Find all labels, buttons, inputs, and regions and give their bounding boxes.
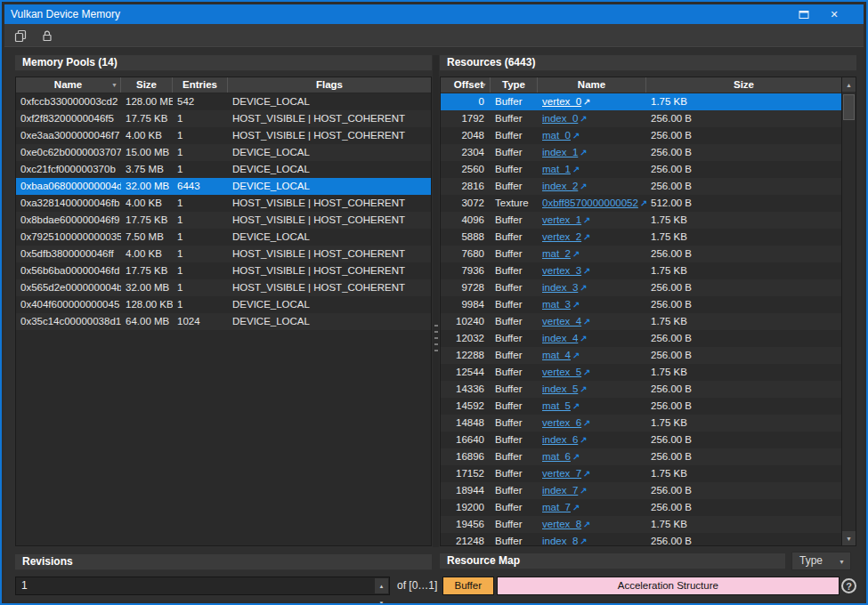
memory-pool-row[interactable]: 0xc21fcf000000370b3.75 MB1DEVICE_LOCAL <box>16 161 431 178</box>
resource-name-link[interactable]: vertex_1 <box>542 214 581 225</box>
resource-name-link[interactable]: vertex_2 <box>542 231 581 242</box>
type-dropdown[interactable]: Type ▼ <box>791 552 851 570</box>
resource-row[interactable]: 12032Bufferindex_4↗256.00 B <box>441 330 841 347</box>
memory-pool-row[interactable]: 0xe3aa3000000046f74.00 KB1HOST_VISIBLE |… <box>16 127 431 144</box>
lock-button[interactable] <box>38 27 56 44</box>
goto-resource-icon[interactable]: ↗ <box>572 503 580 512</box>
goto-resource-icon[interactable]: ↗ <box>580 536 587 546</box>
goto-resource-icon[interactable]: ↗ <box>583 367 590 377</box>
column-header[interactable]: Offset▼ <box>441 77 491 93</box>
goto-resource-icon[interactable]: ↗ <box>572 249 580 259</box>
resource-name-link[interactable]: vertex_4 <box>542 316 581 327</box>
resource-name-link[interactable]: index_1 <box>542 147 578 157</box>
resource-row[interactable]: 9984Buffermat_3↗256.00 B <box>441 296 841 313</box>
goto-resource-icon[interactable]: ↗ <box>580 435 587 445</box>
memory-pool-row[interactable]: 0x8bdae600000046f917.75 KB1HOST_VISIBLE … <box>16 212 431 229</box>
resource-row[interactable]: 16896Buffermat_6↗256.00 B <box>441 448 841 465</box>
scroll-up-icon[interactable]: ▲ <box>842 77 856 92</box>
memory-pool-row[interactable]: 0x565d2e000000004b32.00 MB1HOST_VISIBLE … <box>16 279 431 296</box>
resource-row[interactable]: 7936Buffervertex_3↗1.75 KB <box>441 262 841 279</box>
resource-name-link[interactable]: vertex_7 <box>542 468 581 479</box>
column-header[interactable]: Name <box>538 77 646 93</box>
memory-pool-row[interactable]: 0x404f600000000045128.00 KB1DEVICE_LOCAL <box>16 296 431 313</box>
resource-row[interactable]: 2560Buffermat_1↗256.00 B <box>441 161 841 178</box>
column-header[interactable]: Name▼ <box>16 77 121 93</box>
maximize-button[interactable] <box>798 8 810 20</box>
goto-resource-icon[interactable]: ↗ <box>572 300 580 310</box>
resource-name-link[interactable]: mat_1 <box>542 164 571 174</box>
resource-row[interactable]: 17152Buffervertex_7↗1.75 KB <box>441 465 841 482</box>
spin-down-icon[interactable]: ▼ <box>375 595 388 605</box>
resource-name-link[interactable]: vertex_0 <box>542 96 581 107</box>
resource-name-link[interactable]: mat_2 <box>542 248 571 259</box>
resource-row[interactable]: 9728Bufferindex_3↗256.00 B <box>441 279 841 296</box>
resource-name-link[interactable]: 0xbff8570000000052 <box>542 198 638 208</box>
resource-map-segment[interactable]: Acceleration Structure <box>497 577 840 595</box>
resource-name-link[interactable]: mat_4 <box>542 350 571 360</box>
goto-resource-icon[interactable]: ↗ <box>583 266 590 276</box>
resource-row[interactable]: 14848Buffervertex_6↗1.75 KB <box>441 415 841 432</box>
goto-resource-icon[interactable]: ↗ <box>580 334 587 343</box>
memory-pool-row[interactable]: 0x56b6ba00000046fd17.75 KB1HOST_VISIBLE … <box>16 262 431 279</box>
memory-pool-row[interactable]: 0xe0c62b000000370715.00 MB1DEVICE_LOCAL <box>16 144 431 161</box>
resource-name-link[interactable]: index_5 <box>542 383 578 394</box>
resource-row[interactable]: 5888Buffervertex_2↗1.75 KB <box>441 229 841 246</box>
memory-pool-row[interactable]: 0xa3281400000046fb4.00 KB1HOST_VISIBLE |… <box>16 195 431 212</box>
resource-map-segment[interactable]: Buffer <box>442 577 494 595</box>
resource-name-link[interactable]: index_4 <box>542 333 578 343</box>
resource-name-link[interactable]: index_3 <box>542 282 578 293</box>
goto-resource-icon[interactable]: ↗ <box>580 384 587 394</box>
float-window-button[interactable] <box>12 27 29 44</box>
goto-resource-icon[interactable]: ↗ <box>640 198 646 208</box>
resource-name-link[interactable]: index_2 <box>542 181 578 191</box>
resources-scrollbar[interactable]: ▲ ▼ <box>841 77 856 545</box>
memory-pool-row[interactable]: 0xbaa068000000004d32.00 MB6443DEVICE_LOC… <box>16 178 431 195</box>
memory-pool-row[interactable]: 0x35c14c00000038d164.00 MB1024DEVICE_LOC… <box>16 313 431 330</box>
resource-name-link[interactable]: index_0 <box>542 113 578 124</box>
goto-resource-icon[interactable]: ↗ <box>583 232 590 242</box>
goto-resource-icon[interactable]: ↗ <box>572 165 580 174</box>
goto-resource-icon[interactable]: ↗ <box>583 97 590 107</box>
resource-row[interactable]: 14592Buffermat_5↗256.00 B <box>441 398 841 415</box>
resource-row[interactable]: 0Buffervertex_0↗1.75 KB <box>441 93 841 110</box>
resource-name-link[interactable]: vertex_8 <box>542 519 581 529</box>
resource-row[interactable]: 3072Texture0xbff8570000000052↗512.00 B <box>441 195 841 212</box>
memory-pool-row[interactable]: 0x5dfb3800000046ff4.00 KB1HOST_VISIBLE |… <box>16 246 431 262</box>
memory-pool-row[interactable]: 0x79251000000000357.50 MB1DEVICE_LOCAL <box>16 229 431 246</box>
scrollbar-thumb[interactable] <box>843 94 855 120</box>
memory-pool-row[interactable]: 0xfccb330000003cd2128.00 MB542DEVICE_LOC… <box>16 93 431 110</box>
goto-resource-icon[interactable]: ↗ <box>583 418 590 428</box>
resource-row[interactable]: 21248Bufferindex_8↗256.00 B <box>441 533 841 546</box>
goto-resource-icon[interactable]: ↗ <box>580 182 587 191</box>
goto-resource-icon[interactable]: ↗ <box>583 215 590 225</box>
goto-resource-icon[interactable]: ↗ <box>580 486 587 496</box>
resource-name-link[interactable]: mat_3 <box>542 299 571 310</box>
resource-name-link[interactable]: mat_5 <box>542 400 571 411</box>
resource-row[interactable]: 14336Bufferindex_5↗256.00 B <box>441 381 841 398</box>
resource-row[interactable]: 2304Bufferindex_1↗256.00 B <box>441 144 841 161</box>
goto-resource-icon[interactable]: ↗ <box>572 452 580 462</box>
resource-row[interactable]: 18944Bufferindex_7↗256.00 B <box>441 482 841 499</box>
panel-splitter[interactable] <box>433 55 439 547</box>
resource-row[interactable]: 12288Buffermat_4↗256.00 B <box>441 347 841 364</box>
goto-resource-icon[interactable]: ↗ <box>583 520 590 529</box>
goto-resource-icon[interactable]: ↗ <box>572 351 580 360</box>
column-header[interactable]: Size <box>121 77 173 93</box>
column-header[interactable]: Flags <box>228 77 431 93</box>
resource-row[interactable]: 7680Buffermat_2↗256.00 B <box>441 246 841 262</box>
spin-up-icon[interactable]: ▲ <box>375 578 388 595</box>
resource-row[interactable]: 19200Buffermat_7↗256.00 B <box>441 499 841 516</box>
goto-resource-icon[interactable]: ↗ <box>580 148 587 157</box>
resource-name-link[interactable]: mat_6 <box>542 451 571 462</box>
goto-resource-icon[interactable]: ↗ <box>583 317 590 327</box>
resource-row[interactable]: 2816Bufferindex_2↗256.00 B <box>441 178 841 195</box>
help-button[interactable]: ? <box>841 578 856 593</box>
revision-spinbox[interactable]: 1 ▲ ▼ <box>15 577 390 595</box>
goto-resource-icon[interactable]: ↗ <box>580 114 587 124</box>
resource-name-link[interactable]: mat_0 <box>542 130 571 141</box>
goto-resource-icon[interactable]: ↗ <box>572 401 580 411</box>
resource-row[interactable]: 10240Buffervertex_4↗1.75 KB <box>441 313 841 330</box>
goto-resource-icon[interactable]: ↗ <box>583 469 590 479</box>
resource-row[interactable]: 4096Buffervertex_1↗1.75 KB <box>441 212 841 229</box>
resource-name-link[interactable]: index_6 <box>542 434 578 445</box>
